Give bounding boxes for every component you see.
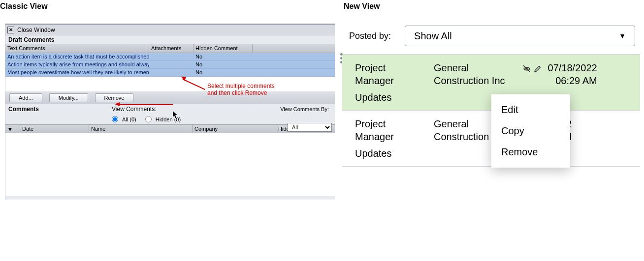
role-label: Project Manager (355, 61, 434, 87)
col-hidden-comment[interactable]: Hidden Comment (193, 44, 253, 53)
col-name[interactable]: Name (89, 125, 193, 133)
menu-remove[interactable]: Remove (491, 142, 570, 163)
annotation-arrow (119, 104, 173, 105)
menu-copy[interactable]: Copy (491, 120, 570, 142)
col-text-comments[interactable]: Text Comments (5, 44, 149, 53)
menu-edit[interactable]: Edit (491, 99, 570, 120)
comments-table-header: ▼ Date Name Company Hidden Comment (5, 124, 335, 133)
classic-view-heading: Classic View (0, 2, 48, 11)
context-menu: Edit Copy Remove (491, 94, 570, 168)
draft-comments-label: Draft Comments (5, 35, 335, 44)
view-by-select[interactable]: All (288, 123, 332, 132)
empty-area (5, 77, 335, 91)
cursor-icon (173, 111, 179, 120)
view-comments-label: View Comments: (112, 106, 156, 113)
add-button[interactable]: Add... (9, 93, 42, 102)
dropdown-value: Show All (414, 30, 452, 42)
view-comments-by-label: View Comments By: (280, 106, 329, 112)
close-window-label: Close Window (17, 27, 55, 33)
filter-all-radio[interactable] (112, 116, 118, 122)
posted-by-label: Posted by: (349, 31, 391, 41)
remove-button[interactable]: Remove (95, 93, 134, 102)
pencil-icon (533, 64, 542, 73)
table-row[interactable]: Action items typically arise from meetin… (5, 61, 335, 69)
table-row[interactable]: Most people overestimate how well they a… (5, 69, 335, 77)
col-company[interactable]: Company (193, 125, 276, 133)
modify-button[interactable]: Modify... (49, 93, 88, 102)
filter-all-label: All (0) (122, 116, 136, 122)
close-icon: ✕ (7, 27, 14, 33)
arrow-head-icon (115, 102, 120, 106)
eye-off-icon (522, 64, 531, 73)
chevron-down-icon: ▼ (619, 32, 626, 40)
timestamp: 07/18/2022 06:29 AM (522, 61, 597, 87)
button-bar: Add... Modify... Remove (5, 91, 335, 104)
comments-label: Comments (8, 106, 107, 113)
draft-table-header: Text Comments Attachments Hidden Comment (5, 44, 335, 53)
company-label: General Construction Inc (434, 61, 522, 87)
filter-radios: All (0) Hidden (0) (5, 114, 335, 124)
posted-by-row: Posted by: Show All ▼ (342, 19, 640, 54)
filter-hidden-radio[interactable] (145, 116, 152, 122)
table-row[interactable]: An action item is a discrete task that m… (5, 53, 335, 61)
role-label: Project Manager (355, 117, 434, 143)
annotation-text: Select multiple comments and then click … (207, 83, 275, 96)
close-window-bar[interactable]: ✕ Close Window (5, 25, 335, 35)
comments-bar: Comments View Comments: View Comments By… (5, 104, 335, 114)
comments-table-body (5, 133, 335, 196)
col-attachments[interactable]: Attachments (149, 44, 193, 53)
classic-pane: ✕ Close Window Draft Comments Text Comme… (5, 24, 335, 200)
sort-indicator-icon[interactable]: ▼ (5, 125, 15, 133)
new-view-heading: New View (344, 2, 380, 11)
posted-by-dropdown[interactable]: Show All ▼ (405, 26, 635, 46)
draft-rows: An action item is a discrete task that m… (5, 53, 335, 91)
col-date[interactable]: Date (20, 125, 89, 133)
